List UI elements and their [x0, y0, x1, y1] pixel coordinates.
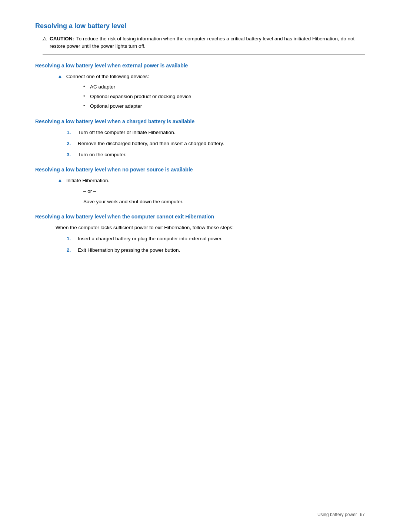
section-heading-cannot-exit: Resolving a low battery level when the c… — [35, 214, 365, 220]
section-heading-no-power: Resolving a low battery level when no po… — [35, 167, 365, 173]
page-footer: Using battery power 67 — [317, 512, 365, 517]
section-heading-external-power: Resolving a low battery level when exter… — [35, 63, 365, 68]
caution-box: △ CAUTION:To reduce the risk of losing i… — [43, 35, 365, 54]
caution-content: CAUTION:To reduce the risk of losing inf… — [50, 35, 365, 50]
warning-triangle-icon-2: ▲ — [57, 177, 63, 183]
list-number: 3. — [67, 151, 78, 158]
list-number: 2. — [67, 247, 78, 254]
main-heading: Resolving a low battery level — [35, 22, 365, 30]
warning-triangle-icon-1: ▲ — [57, 73, 63, 79]
section-no-power: Resolving a low battery level when no po… — [35, 167, 365, 205]
caution-label: CAUTION: — [50, 36, 74, 41]
footer-section-label: Using battery power — [317, 512, 357, 517]
warning-text-no-power: Initiate Hibernation. — [66, 177, 109, 184]
section-heading-charged-battery: Resolving a low battery level when a cha… — [35, 118, 365, 124]
warning-item-external: ▲ Connect one of the following devices: — [57, 73, 365, 80]
list-item: 1. Insert a charged battery or plug the … — [67, 235, 365, 242]
bullet-list-external: AC adapter Optional expansion product or… — [83, 83, 365, 110]
warning-text-external: Connect one of the following devices: — [66, 73, 149, 80]
list-item: 3. Turn on the computer. — [67, 151, 365, 158]
section-charged-battery: Resolving a low battery level when a cha… — [35, 118, 365, 159]
list-number: 2. — [67, 140, 78, 147]
footer-content: Using battery power 67 — [317, 512, 365, 517]
list-number: 1. — [67, 129, 78, 136]
section-cannot-exit: Resolving a low battery level when the c… — [35, 214, 365, 254]
numbered-list-charged: 1. Turn off the computer or initiate Hib… — [67, 129, 365, 159]
list-item: 2. Exit Hibernation by pressing the powe… — [67, 247, 365, 254]
page-container: Resolving a low battery level △ CAUTION:… — [0, 0, 400, 532]
intro-text-cannot-exit: When the computer lacks sufficient power… — [56, 224, 365, 231]
list-item: Optional power adapter — [83, 103, 365, 110]
caution-triangle-icon: △ — [43, 36, 47, 41]
list-item: Optional expansion product or docking de… — [83, 93, 365, 100]
footer-page-number: 67 — [360, 512, 365, 517]
numbered-list-cannot-exit: 1. Insert a charged battery or plug the … — [67, 235, 365, 254]
list-number: 1. — [67, 235, 78, 242]
or-separator: – or – — [83, 188, 365, 195]
list-item: 2. Remove the discharged battery, and th… — [67, 140, 365, 147]
list-item: AC adapter — [83, 83, 365, 91]
warning-item-no-power: ▲ Initiate Hibernation. — [57, 177, 365, 184]
section-external-power: Resolving a low battery level when exter… — [35, 63, 365, 110]
caution-text: To reduce the risk of losing information… — [50, 36, 354, 49]
additional-text-no-power: Save your work and shut down the compute… — [83, 198, 365, 205]
list-item: 1. Turn off the computer or initiate Hib… — [67, 129, 365, 136]
